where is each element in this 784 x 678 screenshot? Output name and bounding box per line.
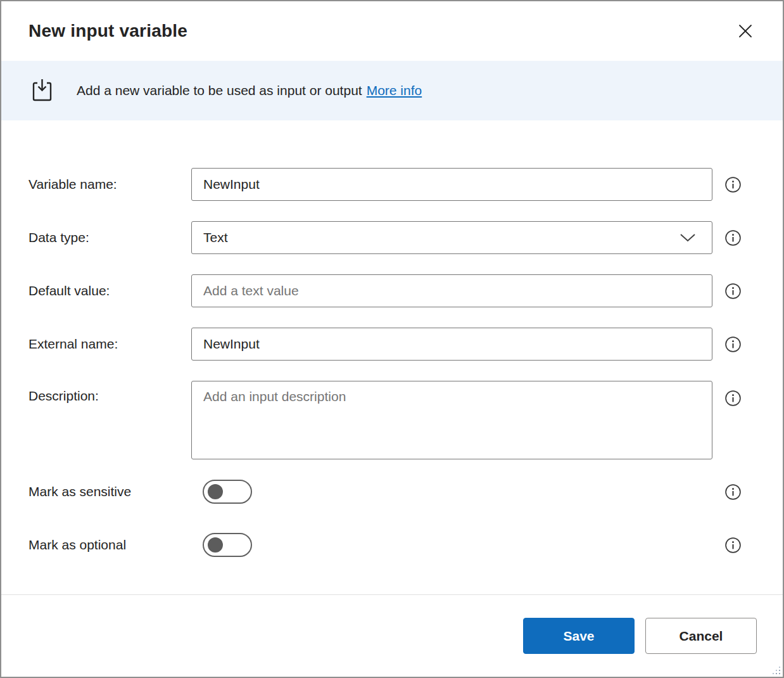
dialog-header: New input variable <box>1 1 783 61</box>
mark-as-sensitive-row: Mark as sensitive <box>28 480 783 504</box>
mark-as-sensitive-toggle[interactable] <box>203 480 252 504</box>
dialog-form: Variable name: Data type: Text <box>1 120 783 557</box>
external-name-info-icon[interactable] <box>712 336 783 353</box>
variable-name-label: Variable name: <box>28 177 191 192</box>
data-type-label: Data type: <box>28 230 191 245</box>
save-button[interactable]: Save <box>523 618 635 654</box>
toggle-knob <box>208 484 223 499</box>
dialog-title: New input variable <box>28 21 187 41</box>
mark-as-sensitive-info-icon[interactable] <box>712 483 783 501</box>
input-variable-icon <box>30 78 54 103</box>
description-textarea[interactable] <box>191 381 712 459</box>
resize-grip[interactable] <box>771 665 781 675</box>
variable-name-input[interactable] <box>191 168 712 201</box>
new-input-variable-dialog: New input variable Add a new variable to… <box>0 0 784 678</box>
description-row: Description: <box>28 381 783 459</box>
data-type-row: Data type: Text <box>28 221 783 254</box>
default-value-row: Default value: <box>28 274 783 307</box>
data-type-selected-value: Text <box>203 230 228 245</box>
external-name-input[interactable] <box>191 328 712 361</box>
variable-name-info-icon[interactable] <box>712 176 783 193</box>
chevron-down-icon <box>679 233 697 243</box>
dialog-footer: Save Cancel <box>1 594 783 677</box>
description-info-icon[interactable] <box>712 390 783 407</box>
close-icon <box>737 32 754 41</box>
mark-as-optional-label: Mark as optional <box>28 537 191 553</box>
default-value-info-icon[interactable] <box>712 283 783 300</box>
default-value-label: Default value: <box>28 283 191 298</box>
variable-name-row: Variable name: <box>28 168 783 201</box>
banner-message: Add a new variable to be used as input o… <box>77 83 422 98</box>
external-name-row: External name: <box>28 328 783 361</box>
close-button[interactable] <box>731 16 760 46</box>
data-type-info-icon[interactable] <box>712 229 783 246</box>
external-name-label: External name: <box>28 336 191 352</box>
mark-as-optional-row: Mark as optional <box>28 533 783 557</box>
default-value-input[interactable] <box>191 274 712 307</box>
mark-as-optional-info-icon[interactable] <box>712 537 783 554</box>
description-label: Description: <box>28 388 191 404</box>
info-banner: Add a new variable to be used as input o… <box>1 61 783 120</box>
mark-as-optional-toggle[interactable] <box>203 533 252 557</box>
cancel-button[interactable]: Cancel <box>645 618 757 654</box>
data-type-select[interactable]: Text <box>191 221 712 254</box>
toggle-knob <box>208 537 223 553</box>
mark-as-sensitive-label: Mark as sensitive <box>28 484 191 499</box>
more-info-link[interactable]: More info <box>367 83 422 98</box>
